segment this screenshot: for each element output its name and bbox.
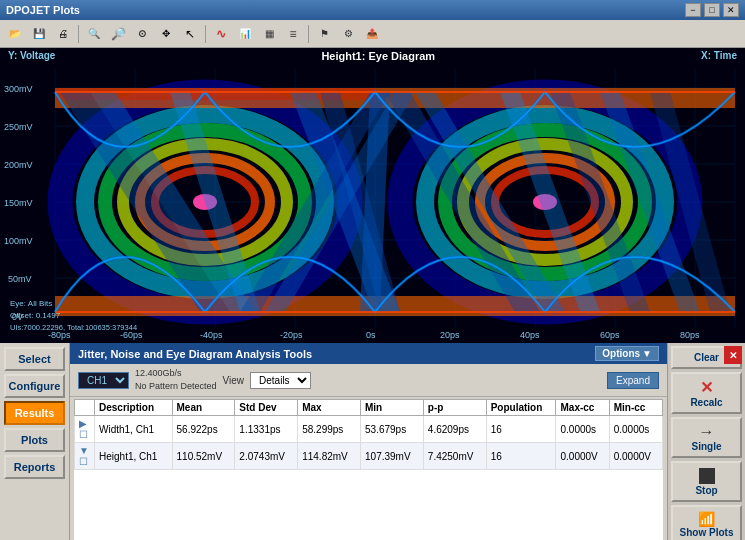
- row2-mean: 110.52mV: [172, 443, 235, 470]
- row2-stddev: 2.0743mV: [235, 443, 298, 470]
- print-icon[interactable]: 🖨: [52, 23, 74, 45]
- col-mean: Mean: [172, 400, 235, 416]
- show-plots-button[interactable]: 📶 Show Plots: [671, 505, 742, 540]
- zoom-fit-icon[interactable]: ⊙: [131, 23, 153, 45]
- pan-icon[interactable]: ✥: [155, 23, 177, 45]
- left-sidebar: Select Configure Results Plots Reports: [0, 343, 70, 540]
- reports-button[interactable]: Reports: [4, 455, 65, 479]
- svg-text:60ps: 60ps: [600, 330, 620, 340]
- row1-max: 58.299ps: [298, 416, 361, 443]
- row2-pp: 7.4250mV: [423, 443, 486, 470]
- svg-text:-40ps: -40ps: [200, 330, 223, 340]
- results-button[interactable]: Results: [4, 401, 65, 425]
- row2-description: Height1, Ch1: [95, 443, 173, 470]
- plots-button[interactable]: Plots: [4, 428, 65, 452]
- stop-square-icon: [699, 468, 715, 484]
- plot-header: Y: Voltage Height1: Eye Diagram X: Time: [0, 50, 745, 62]
- select-button[interactable]: Select: [4, 347, 65, 371]
- analysis-header: Jitter, Noise and Eye Diagram Analysis T…: [70, 343, 667, 364]
- waveform-icon[interactable]: ∿: [210, 23, 232, 45]
- results-table-container: Description Mean Std Dev Max Min p-p Pop…: [74, 399, 663, 540]
- zoom-in-icon[interactable]: 🔍: [83, 23, 105, 45]
- svg-text:Eye: All Bits: Eye: All Bits: [10, 299, 52, 308]
- options-label: Options: [602, 348, 640, 359]
- single-arrow-icon: →: [699, 423, 715, 441]
- close-button[interactable]: ✕: [723, 3, 739, 17]
- bit-rate-info: 12.400Gb/s No Pattern Detected: [135, 367, 217, 393]
- row1-maxcc: 0.0000s: [556, 416, 609, 443]
- col-min: Min: [361, 400, 424, 416]
- row1-expand-icon[interactable]: ▶ ☐: [75, 416, 95, 443]
- recalc-label: Recalc: [690, 397, 722, 408]
- results-table: Description Mean Std Dev Max Min p-p Pop…: [74, 399, 663, 470]
- controls-row: CH1 12.400Gb/s No Pattern Detected View …: [70, 364, 667, 397]
- view-select[interactable]: Details: [250, 372, 311, 389]
- row2-mincc: 0.0000V: [609, 443, 662, 470]
- analysis-title: Jitter, Noise and Eye Diagram Analysis T…: [78, 348, 312, 360]
- view-label: View: [223, 375, 245, 386]
- measurement-icon[interactable]: 📊: [234, 23, 256, 45]
- eye-diagram-plot: Y: Voltage Height1: Eye Diagram X: Time: [0, 48, 745, 343]
- settings-icon[interactable]: ⚙: [337, 23, 359, 45]
- recalc-button[interactable]: ✕ Recalc: [671, 372, 742, 414]
- show-plots-label: Show Plots: [680, 527, 734, 538]
- bars-icon[interactable]: ≡: [282, 23, 304, 45]
- y-axis-title: Y: Voltage: [8, 50, 55, 62]
- x-axis-title: X: Time: [701, 50, 737, 62]
- svg-text:80ps: 80ps: [680, 330, 700, 340]
- row2-maxcc: 0.0000V: [556, 443, 609, 470]
- histogram-icon[interactable]: ▦: [258, 23, 280, 45]
- marker-icon[interactable]: ⚑: [313, 23, 335, 45]
- open-icon[interactable]: 📂: [4, 23, 26, 45]
- col-description: Description: [95, 400, 173, 416]
- export-icon[interactable]: 📤: [361, 23, 383, 45]
- save-icon[interactable]: 💾: [28, 23, 50, 45]
- minimize-button[interactable]: −: [685, 3, 701, 17]
- stop-button[interactable]: Stop: [671, 461, 742, 502]
- svg-text:UIs:7000.22296, Total:100635:3: UIs:7000.22296, Total:100635:379344: [10, 323, 137, 332]
- no-pattern-label: No Pattern Detected: [135, 380, 217, 393]
- col-max: Max: [298, 400, 361, 416]
- expand-button[interactable]: Expand: [607, 372, 659, 389]
- table-row: ▶ ☐ Width1, Ch1 56.922ps 1.1331ps 58.299…: [75, 416, 663, 443]
- svg-text:0s: 0s: [366, 330, 376, 340]
- toolbar-separator-1: [78, 25, 79, 43]
- row1-description: Width1, Ch1: [95, 416, 173, 443]
- bit-rate-value: 12.400Gb/s: [135, 367, 217, 380]
- svg-text:40ps: 40ps: [520, 330, 540, 340]
- svg-text:50mV: 50mV: [8, 274, 32, 284]
- clear-label: Clear: [694, 352, 719, 363]
- cursor-icon[interactable]: ↖: [179, 23, 201, 45]
- table-header-row: Description Mean Std Dev Max Min p-p Pop…: [75, 400, 663, 416]
- channel-select[interactable]: CH1: [78, 372, 129, 389]
- col-mincc: Min-cc: [609, 400, 662, 416]
- row2-expand-icon[interactable]: ▼ ☐: [75, 443, 95, 470]
- row2-population: 16: [486, 443, 556, 470]
- configure-button[interactable]: Configure: [4, 374, 65, 398]
- row1-mincc: 0.0000s: [609, 416, 662, 443]
- row2-max: 114.82mV: [298, 443, 361, 470]
- zoom-out-icon[interactable]: 🔎: [107, 23, 129, 45]
- row1-stddev: 1.1331ps: [235, 416, 298, 443]
- col-population: Population: [486, 400, 556, 416]
- show-plots-icon: 📶: [698, 511, 715, 527]
- title-bar: DPOJET Plots − □ ✕: [0, 0, 745, 20]
- svg-text:300mV: 300mV: [4, 84, 33, 94]
- col-stddev: Std Dev: [235, 400, 298, 416]
- stop-label: Stop: [695, 485, 717, 496]
- col-pp: p-p: [423, 400, 486, 416]
- maximize-button[interactable]: □: [704, 3, 720, 17]
- table-row: ▼ ☐ Height1, Ch1 110.52mV 2.0743mV 114.8…: [75, 443, 663, 470]
- recalc-x-icon: ✕: [700, 378, 713, 397]
- main-content: Jitter, Noise and Eye Diagram Analysis T…: [70, 343, 667, 540]
- svg-text:150mV: 150mV: [4, 198, 33, 208]
- row2-min: 107.39mV: [361, 443, 424, 470]
- col-maxcc: Max-cc: [556, 400, 609, 416]
- options-button[interactable]: Options ▼: [595, 346, 659, 361]
- options-chevron-icon: ▼: [642, 348, 652, 359]
- row1-population: 16: [486, 416, 556, 443]
- window-title: DPOJET Plots: [6, 4, 80, 16]
- panel-close-button[interactable]: ✕: [724, 346, 742, 364]
- single-button[interactable]: → Single: [671, 417, 742, 458]
- svg-text:-20ps: -20ps: [280, 330, 303, 340]
